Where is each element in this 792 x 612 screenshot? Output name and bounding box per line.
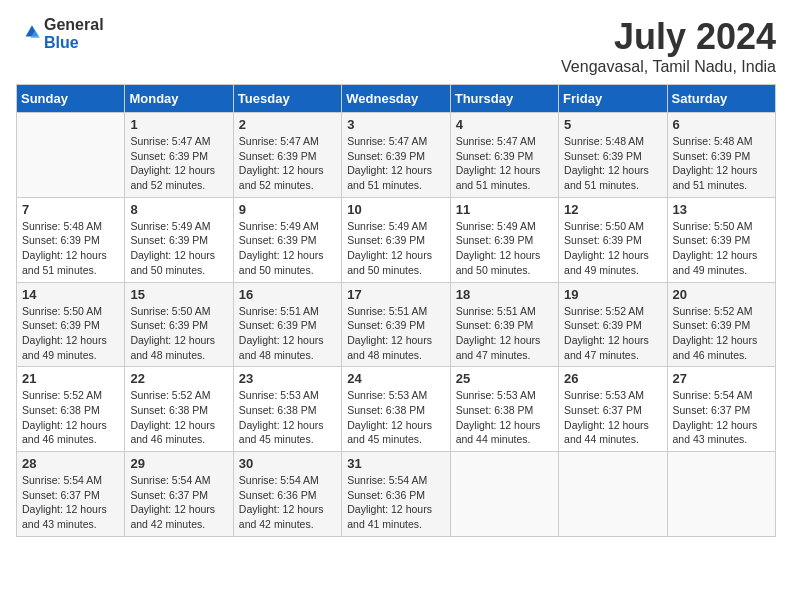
- table-row: 4Sunrise: 5:47 AM Sunset: 6:39 PM Daylig…: [450, 113, 558, 198]
- header-wednesday: Wednesday: [342, 85, 450, 113]
- table-row: 14Sunrise: 5:50 AM Sunset: 6:39 PM Dayli…: [17, 282, 125, 367]
- day-info: Sunrise: 5:53 AM Sunset: 6:38 PM Dayligh…: [347, 388, 444, 447]
- days-header-row: SundayMondayTuesdayWednesdayThursdayFrid…: [17, 85, 776, 113]
- day-info: Sunrise: 5:48 AM Sunset: 6:39 PM Dayligh…: [673, 134, 770, 193]
- table-row: 18Sunrise: 5:51 AM Sunset: 6:39 PM Dayli…: [450, 282, 558, 367]
- logo-blue-text: Blue: [44, 34, 104, 52]
- day-info: Sunrise: 5:51 AM Sunset: 6:39 PM Dayligh…: [456, 304, 553, 363]
- day-number: 16: [239, 287, 336, 302]
- location-title: Vengavasal, Tamil Nadu, India: [561, 58, 776, 76]
- day-number: 27: [673, 371, 770, 386]
- day-number: 7: [22, 202, 119, 217]
- header-friday: Friday: [559, 85, 667, 113]
- header-monday: Monday: [125, 85, 233, 113]
- day-number: 10: [347, 202, 444, 217]
- day-info: Sunrise: 5:54 AM Sunset: 6:36 PM Dayligh…: [347, 473, 444, 532]
- week-row-5: 28Sunrise: 5:54 AM Sunset: 6:37 PM Dayli…: [17, 452, 776, 537]
- day-number: 25: [456, 371, 553, 386]
- day-info: Sunrise: 5:47 AM Sunset: 6:39 PM Dayligh…: [347, 134, 444, 193]
- table-row: 13Sunrise: 5:50 AM Sunset: 6:39 PM Dayli…: [667, 197, 775, 282]
- day-info: Sunrise: 5:52 AM Sunset: 6:38 PM Dayligh…: [130, 388, 227, 447]
- week-row-4: 21Sunrise: 5:52 AM Sunset: 6:38 PM Dayli…: [17, 367, 776, 452]
- table-row: 21Sunrise: 5:52 AM Sunset: 6:38 PM Dayli…: [17, 367, 125, 452]
- logo-icon: [16, 22, 40, 46]
- day-number: 26: [564, 371, 661, 386]
- day-number: 13: [673, 202, 770, 217]
- day-info: Sunrise: 5:50 AM Sunset: 6:39 PM Dayligh…: [130, 304, 227, 363]
- day-info: Sunrise: 5:52 AM Sunset: 6:39 PM Dayligh…: [673, 304, 770, 363]
- table-row: 27Sunrise: 5:54 AM Sunset: 6:37 PM Dayli…: [667, 367, 775, 452]
- day-info: Sunrise: 5:50 AM Sunset: 6:39 PM Dayligh…: [22, 304, 119, 363]
- day-number: 15: [130, 287, 227, 302]
- day-number: 4: [456, 117, 553, 132]
- day-info: Sunrise: 5:49 AM Sunset: 6:39 PM Dayligh…: [239, 219, 336, 278]
- table-row: 10Sunrise: 5:49 AM Sunset: 6:39 PM Dayli…: [342, 197, 450, 282]
- table-row: 25Sunrise: 5:53 AM Sunset: 6:38 PM Dayli…: [450, 367, 558, 452]
- day-info: Sunrise: 5:53 AM Sunset: 6:37 PM Dayligh…: [564, 388, 661, 447]
- week-row-1: 1Sunrise: 5:47 AM Sunset: 6:39 PM Daylig…: [17, 113, 776, 198]
- day-number: 30: [239, 456, 336, 471]
- day-info: Sunrise: 5:54 AM Sunset: 6:37 PM Dayligh…: [130, 473, 227, 532]
- week-row-3: 14Sunrise: 5:50 AM Sunset: 6:39 PM Dayli…: [17, 282, 776, 367]
- header-saturday: Saturday: [667, 85, 775, 113]
- day-info: Sunrise: 5:51 AM Sunset: 6:39 PM Dayligh…: [239, 304, 336, 363]
- calendar-table: SundayMondayTuesdayWednesdayThursdayFrid…: [16, 84, 776, 537]
- table-row: 29Sunrise: 5:54 AM Sunset: 6:37 PM Dayli…: [125, 452, 233, 537]
- day-info: Sunrise: 5:54 AM Sunset: 6:36 PM Dayligh…: [239, 473, 336, 532]
- table-row: 17Sunrise: 5:51 AM Sunset: 6:39 PM Dayli…: [342, 282, 450, 367]
- table-row: 28Sunrise: 5:54 AM Sunset: 6:37 PM Dayli…: [17, 452, 125, 537]
- table-row: 16Sunrise: 5:51 AM Sunset: 6:39 PM Dayli…: [233, 282, 341, 367]
- day-number: 19: [564, 287, 661, 302]
- day-info: Sunrise: 5:49 AM Sunset: 6:39 PM Dayligh…: [130, 219, 227, 278]
- day-info: Sunrise: 5:52 AM Sunset: 6:39 PM Dayligh…: [564, 304, 661, 363]
- day-number: 3: [347, 117, 444, 132]
- table-row: 19Sunrise: 5:52 AM Sunset: 6:39 PM Dayli…: [559, 282, 667, 367]
- day-info: Sunrise: 5:52 AM Sunset: 6:38 PM Dayligh…: [22, 388, 119, 447]
- day-number: 2: [239, 117, 336, 132]
- table-row: [559, 452, 667, 537]
- day-number: 1: [130, 117, 227, 132]
- day-number: 20: [673, 287, 770, 302]
- table-row: 24Sunrise: 5:53 AM Sunset: 6:38 PM Dayli…: [342, 367, 450, 452]
- day-info: Sunrise: 5:53 AM Sunset: 6:38 PM Dayligh…: [456, 388, 553, 447]
- table-row: 22Sunrise: 5:52 AM Sunset: 6:38 PM Dayli…: [125, 367, 233, 452]
- header: General Blue July 2024 Vengavasal, Tamil…: [16, 16, 776, 76]
- day-number: 22: [130, 371, 227, 386]
- day-number: 17: [347, 287, 444, 302]
- logo-text: General Blue: [44, 16, 104, 51]
- day-number: 21: [22, 371, 119, 386]
- table-row: 23Sunrise: 5:53 AM Sunset: 6:38 PM Dayli…: [233, 367, 341, 452]
- calendar-body: 1Sunrise: 5:47 AM Sunset: 6:39 PM Daylig…: [17, 113, 776, 537]
- header-tuesday: Tuesday: [233, 85, 341, 113]
- table-row: 9Sunrise: 5:49 AM Sunset: 6:39 PM Daylig…: [233, 197, 341, 282]
- table-row: 2Sunrise: 5:47 AM Sunset: 6:39 PM Daylig…: [233, 113, 341, 198]
- table-row: 31Sunrise: 5:54 AM Sunset: 6:36 PM Dayli…: [342, 452, 450, 537]
- logo: General Blue: [16, 16, 104, 51]
- table-row: [667, 452, 775, 537]
- week-row-2: 7Sunrise: 5:48 AM Sunset: 6:39 PM Daylig…: [17, 197, 776, 282]
- table-row: 11Sunrise: 5:49 AM Sunset: 6:39 PM Dayli…: [450, 197, 558, 282]
- day-info: Sunrise: 5:47 AM Sunset: 6:39 PM Dayligh…: [239, 134, 336, 193]
- day-info: Sunrise: 5:50 AM Sunset: 6:39 PM Dayligh…: [564, 219, 661, 278]
- day-info: Sunrise: 5:48 AM Sunset: 6:39 PM Dayligh…: [564, 134, 661, 193]
- day-info: Sunrise: 5:49 AM Sunset: 6:39 PM Dayligh…: [456, 219, 553, 278]
- table-row: 8Sunrise: 5:49 AM Sunset: 6:39 PM Daylig…: [125, 197, 233, 282]
- calendar-header: SundayMondayTuesdayWednesdayThursdayFrid…: [17, 85, 776, 113]
- day-number: 11: [456, 202, 553, 217]
- day-number: 29: [130, 456, 227, 471]
- day-number: 9: [239, 202, 336, 217]
- table-row: 5Sunrise: 5:48 AM Sunset: 6:39 PM Daylig…: [559, 113, 667, 198]
- table-row: 20Sunrise: 5:52 AM Sunset: 6:39 PM Dayli…: [667, 282, 775, 367]
- table-row: 1Sunrise: 5:47 AM Sunset: 6:39 PM Daylig…: [125, 113, 233, 198]
- table-row: 7Sunrise: 5:48 AM Sunset: 6:39 PM Daylig…: [17, 197, 125, 282]
- day-info: Sunrise: 5:49 AM Sunset: 6:39 PM Dayligh…: [347, 219, 444, 278]
- table-row: 26Sunrise: 5:53 AM Sunset: 6:37 PM Dayli…: [559, 367, 667, 452]
- day-info: Sunrise: 5:51 AM Sunset: 6:39 PM Dayligh…: [347, 304, 444, 363]
- day-number: 28: [22, 456, 119, 471]
- title-area: July 2024 Vengavasal, Tamil Nadu, India: [561, 16, 776, 76]
- table-row: [17, 113, 125, 198]
- day-info: Sunrise: 5:48 AM Sunset: 6:39 PM Dayligh…: [22, 219, 119, 278]
- month-title: July 2024: [561, 16, 776, 58]
- day-number: 12: [564, 202, 661, 217]
- day-info: Sunrise: 5:47 AM Sunset: 6:39 PM Dayligh…: [130, 134, 227, 193]
